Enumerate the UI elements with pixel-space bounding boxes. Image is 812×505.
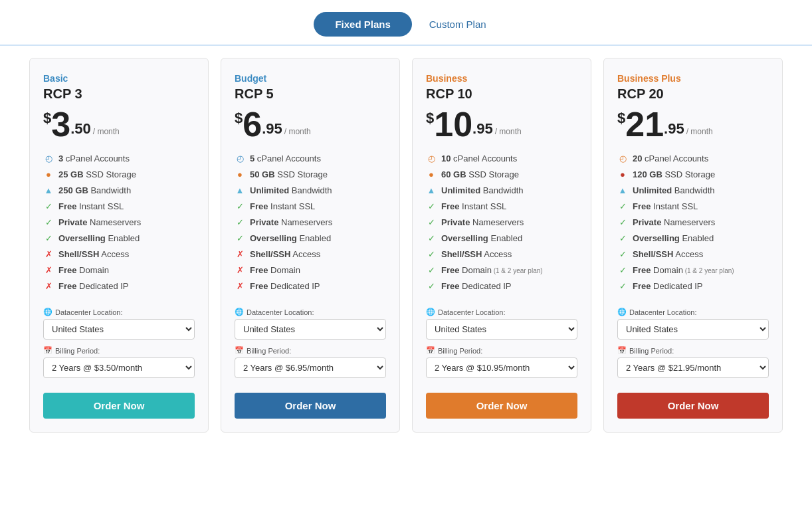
billing-label: 📅 Billing Period: bbox=[43, 346, 195, 355]
plan-card-business: Business RCP 10 $ 10 .95 / month ◴ 10 cP… bbox=[412, 58, 591, 433]
check-icon: ✓ bbox=[235, 217, 245, 227]
plan-price: $ 3 .50 / month bbox=[43, 107, 195, 142]
feat-note: (1 & 2 year plan) bbox=[492, 267, 543, 274]
feature-item: ✓ Free Instant SSL bbox=[617, 201, 769, 211]
price-dollar: $ bbox=[235, 110, 243, 127]
calendar-icon: 📅 bbox=[426, 346, 435, 355]
plans-container: Basic RCP 3 $ 3 .50 / month ◴ 3 cPanel A… bbox=[0, 58, 812, 453]
order-button-budget[interactable]: Order Now bbox=[235, 393, 386, 419]
price-dollar: $ bbox=[43, 110, 51, 127]
feature-text: Overselling Enabled bbox=[633, 233, 714, 243]
datacenter-select[interactable]: United States bbox=[426, 319, 577, 340]
feat-bold: Private bbox=[633, 217, 661, 227]
calendar-icon: 📅 bbox=[235, 346, 244, 355]
plan-name: RCP 10 bbox=[426, 86, 577, 102]
feature-item: ✓ Private Nameservers bbox=[617, 217, 769, 227]
feature-text: Shell/SSH Access bbox=[250, 249, 320, 259]
datacenter-label-text: Datacenter Location: bbox=[247, 308, 314, 316]
datacenter-select[interactable]: United States bbox=[617, 319, 769, 340]
datacenter-select[interactable]: United States bbox=[235, 319, 386, 340]
feature-item: ✓ Shell/SSH Access bbox=[426, 249, 577, 259]
feature-text: Free Dedicated IP bbox=[58, 281, 129, 291]
tab-fixed-plans[interactable]: Fixed Plans bbox=[314, 12, 411, 37]
globe-icon: 🌐 bbox=[235, 308, 244, 316]
feature-text: Free Domain (1 & 2 year plan) bbox=[633, 265, 734, 275]
calendar-icon: 📅 bbox=[43, 346, 52, 355]
feature-item: ✗ Free Dedicated IP bbox=[43, 281, 195, 291]
feature-text: 60 GB SSD Storage bbox=[441, 169, 519, 179]
datacenter-label: 🌐 Datacenter Location: bbox=[426, 308, 577, 316]
feature-text: Free Domain (1 & 2 year plan) bbox=[441, 265, 543, 275]
check-icon: ✓ bbox=[43, 201, 54, 211]
datacenter-select[interactable]: United States bbox=[43, 319, 195, 340]
feature-text: 10 cPanel Accounts bbox=[441, 153, 517, 163]
feature-item: ✗ Free Domain bbox=[235, 265, 386, 275]
feat-bold: Free bbox=[250, 201, 268, 211]
tab-custom-plan[interactable]: Custom Plan bbox=[417, 12, 498, 37]
feature-text: Unlimited Bandwidth bbox=[633, 185, 715, 195]
price-dollar: $ bbox=[426, 110, 434, 127]
plan-name: RCP 5 bbox=[235, 86, 386, 102]
monitor-icon: ◴ bbox=[43, 153, 54, 163]
billing-select[interactable]: 2 Years @ $10.95/month bbox=[426, 357, 577, 378]
cross-icon: ✗ bbox=[235, 249, 245, 259]
feature-list: ◴ 10 cPanel Accounts ● 60 GB SSD Storage… bbox=[426, 153, 577, 297]
plan-price: $ 6 .95 / month bbox=[235, 107, 386, 142]
price-period: / month bbox=[284, 127, 311, 136]
feat-bold: Overselling bbox=[441, 233, 488, 243]
billing-select[interactable]: 2 Years @ $6.95/month bbox=[235, 357, 386, 378]
feature-item: ✗ Shell/SSH Access bbox=[235, 249, 386, 259]
feat-bold: Free bbox=[58, 281, 76, 291]
price-cents: .50 bbox=[70, 120, 91, 138]
price-period: / month bbox=[495, 127, 522, 136]
feature-text: Free Instant SSL bbox=[441, 201, 506, 211]
feature-item: ✓ Shell/SSH Access bbox=[617, 249, 769, 259]
feat-bold: Free bbox=[441, 265, 459, 275]
feature-item: ✓ Overselling Enabled bbox=[235, 233, 386, 243]
feature-text: Free Domain bbox=[250, 265, 300, 275]
check-icon: ✓ bbox=[43, 233, 54, 243]
plan-price: $ 21 .95 / month bbox=[617, 107, 769, 142]
feature-text: Shell/SSH Access bbox=[441, 249, 512, 259]
plan-card-basic: Basic RCP 3 $ 3 .50 / month ◴ 3 cPanel A… bbox=[29, 58, 209, 433]
check-icon: ✓ bbox=[426, 249, 437, 259]
billing-select[interactable]: 2 Years @ $21.95/month bbox=[617, 357, 769, 378]
feature-item: ✓ Overselling Enabled bbox=[617, 233, 769, 243]
tab-bar: Fixed Plans Custom Plan bbox=[0, 0, 812, 45]
feat-bold: 60 GB bbox=[441, 169, 466, 179]
check-icon: ✓ bbox=[426, 201, 437, 211]
plan-tier: Business bbox=[426, 73, 577, 84]
feature-item: ✓ Free Instant SSL bbox=[426, 201, 577, 211]
calendar-icon: 📅 bbox=[617, 346, 627, 355]
order-button-basic[interactable]: Order Now bbox=[43, 393, 195, 419]
plan-name: RCP 20 bbox=[617, 86, 769, 102]
price-period: / month bbox=[686, 127, 713, 136]
feature-item: ✓ Free Instant SSL bbox=[43, 201, 195, 211]
check-icon: ✓ bbox=[617, 249, 628, 259]
feat-bold: Free bbox=[250, 281, 268, 291]
feature-item: ● 60 GB SSD Storage bbox=[426, 169, 577, 179]
cross-icon: ✗ bbox=[235, 281, 245, 291]
price-main: 10 bbox=[434, 107, 472, 142]
plan-name: RCP 3 bbox=[43, 86, 195, 102]
feature-text: Free Instant SSL bbox=[58, 201, 124, 211]
order-button-business[interactable]: Order Now bbox=[426, 393, 577, 419]
feat-bold: Shell/SSH bbox=[441, 249, 482, 259]
feature-text: Free Instant SSL bbox=[633, 201, 698, 211]
datacenter-label: 🌐 Datacenter Location: bbox=[43, 308, 195, 316]
feat-bold: 25 GB bbox=[58, 169, 84, 179]
datacenter-label-text: Datacenter Location: bbox=[55, 308, 123, 316]
feature-text: 20 cPanel Accounts bbox=[633, 153, 708, 163]
datacenter-label-text: Datacenter Location: bbox=[629, 308, 697, 316]
feat-bold: Free bbox=[250, 265, 268, 275]
feature-text: 50 GB SSD Storage bbox=[250, 169, 328, 179]
feature-item: ◴ 3 cPanel Accounts bbox=[43, 153, 195, 163]
feature-item: ✗ Free Dedicated IP bbox=[235, 281, 386, 291]
order-button-businessplus[interactable]: Order Now bbox=[617, 393, 769, 419]
cross-icon: ✗ bbox=[43, 281, 54, 291]
feat-bold: Free bbox=[633, 281, 651, 291]
billing-select[interactable]: 2 Years @ $3.50/month bbox=[43, 357, 195, 378]
feature-text: Private Nameservers bbox=[633, 217, 715, 227]
check-icon: ✓ bbox=[426, 217, 437, 227]
check-icon: ✓ bbox=[426, 265, 437, 275]
